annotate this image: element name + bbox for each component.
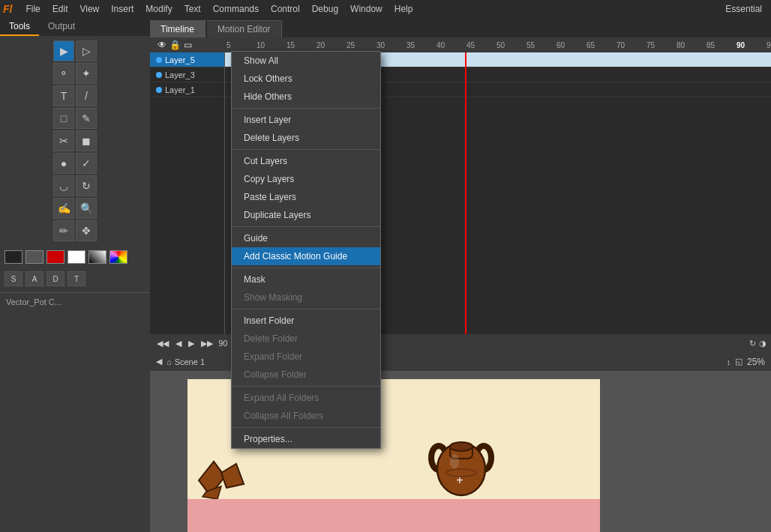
magic-wand-tool[interactable]: ✦ <box>76 63 97 84</box>
ctx-collapse-all-folders: Collapse All Folders <box>232 407 380 425</box>
ctx-insert-layer[interactable]: Insert Layer <box>232 111 380 129</box>
stroke-color[interactable] <box>4 250 22 264</box>
ctx-mask[interactable]: Mask <box>232 270 380 288</box>
menu-modify[interactable]: Modify <box>140 2 178 16</box>
tab-timeline[interactable]: Timeline <box>150 20 206 37</box>
rectangle-tool[interactable]: □ <box>53 108 74 129</box>
menu-debug[interactable]: Debug <box>306 2 344 16</box>
menubar: Fl File Edit View Insert Modify Text Com… <box>0 0 771 18</box>
ctx-sep-2 <box>232 149 380 150</box>
ctx-show-all[interactable]: Show All <box>232 52 380 70</box>
playhead[interactable] <box>465 52 466 334</box>
step-forward-icon[interactable]: ▶▶ <box>199 339 215 348</box>
transform-tool[interactable]: T <box>68 271 86 286</box>
rewind-icon[interactable]: ◀◀ <box>154 339 171 348</box>
fill-color[interactable] <box>26 250 44 264</box>
menu-file[interactable]: File <box>20 2 46 16</box>
ctx-guide[interactable]: Guide <box>232 229 380 247</box>
workspace-label: Essential <box>719 2 768 16</box>
pencil-tool[interactable]: ✎ <box>76 108 97 129</box>
ctx-sep-5 <box>232 309 380 309</box>
ruler-num: 20 <box>316 41 346 49</box>
tools-grid: ▶ ▷ ⚬ ✦ T / □ ✎ ✂ ◼ ● ✓ ◡ ↻ ✍ 🔍 ✏ ✥ <box>0 36 150 246</box>
ink-bottle-tool[interactable]: ◼ <box>76 130 97 151</box>
frame-icon[interactable]: ▭ <box>184 40 192 50</box>
eye-icon[interactable]: 👁 <box>158 40 166 50</box>
clip-icon[interactable]: ◱ <box>735 357 742 366</box>
ctx-cut-layers[interactable]: Cut Layers <box>232 152 380 170</box>
text-tool[interactable]: T <box>53 85 74 106</box>
snap-tool[interactable]: S <box>4 271 22 286</box>
menu-control[interactable]: Control <box>265 2 306 16</box>
ctx-sep-4 <box>232 267 380 268</box>
loop-icon[interactable]: ↻ <box>749 339 756 348</box>
align-tool[interactable]: A <box>26 271 44 286</box>
menu-commands[interactable]: Commands <box>207 2 265 16</box>
tertiary-color[interactable] <box>68 250 86 264</box>
hand-tool[interactable]: ✍ <box>53 198 74 219</box>
ctx-add-classic-motion-guide[interactable]: Add Classic Motion Guide <box>232 247 380 265</box>
ruler-num: 85 <box>706 41 736 49</box>
ruler-num: 30 <box>376 41 406 49</box>
tab-tools[interactable]: Tools <box>0 18 39 36</box>
ctx-sep-1 <box>232 108 380 109</box>
menu-edit[interactable]: Edit <box>46 2 74 16</box>
gradient-color[interactable] <box>88 250 106 264</box>
menu-help[interactable]: Help <box>388 2 419 16</box>
ruler-num: 55 <box>526 41 556 49</box>
ctx-copy-layers[interactable]: Copy Layers <box>232 170 380 188</box>
ruler-num: 40 <box>436 41 466 49</box>
tab-output[interactable]: Output <box>39 18 84 36</box>
ruler-num: 45 <box>466 41 496 49</box>
paint-bucket-tool[interactable]: ● <box>53 153 74 174</box>
pot-svg: + <box>428 424 495 499</box>
lasso-tool[interactable]: ⚬ <box>53 63 74 84</box>
tools-tabs-bar: Tools Output <box>0 18 150 36</box>
properties-panel-label: Vector_Pot C... <box>0 292 150 311</box>
tools-colors <box>0 246 150 268</box>
ruler-num: 15 <box>286 41 316 49</box>
play-icon[interactable]: ▶ <box>186 339 196 348</box>
ruler-icons: 👁 🔒 ▭ <box>153 40 196 50</box>
eyedropper-tool[interactable]: ✓ <box>76 153 97 174</box>
menu-insert[interactable]: Insert <box>105 2 140 16</box>
zoom-tool[interactable]: 🔍 <box>76 198 97 219</box>
ctx-lock-others[interactable]: Lock Others <box>232 70 380 88</box>
layer-row-3[interactable]: Layer_3 <box>150 67 224 82</box>
rainbow-color[interactable] <box>110 250 128 264</box>
layer-row-5[interactable]: Layer_5 <box>150 52 224 67</box>
ctx-delete-layers[interactable]: Delete Layers <box>232 129 380 147</box>
ctx-duplicate-layers[interactable]: Duplicate Layers <box>232 206 380 224</box>
context-menu: Show All Lock Others Hide Others Insert … <box>231 51 381 449</box>
distribute-tool[interactable]: D <box>46 271 64 286</box>
ctx-hide-others[interactable]: Hide Others <box>232 88 380 106</box>
menu-window[interactable]: Window <box>344 2 388 16</box>
menu-text[interactable]: Text <box>178 2 207 16</box>
menu-view[interactable]: View <box>74 2 105 16</box>
pen-tool[interactable]: ✏ <box>53 220 74 241</box>
scene-home-icon[interactable]: ⌂ <box>166 357 172 366</box>
step-back-icon[interactable]: ◀ <box>173 339 184 348</box>
ctx-sep-7 <box>232 427 380 428</box>
secondary-color[interactable] <box>46 250 64 264</box>
rotate-tool[interactable]: ↻ <box>76 175 97 196</box>
layer-row-1[interactable]: Layer_1 <box>150 82 224 97</box>
eraser-tool[interactable]: ◡ <box>53 175 74 196</box>
brush-tool[interactable]: ✂ <box>53 130 74 151</box>
ctx-sep-3 <box>232 226 380 227</box>
ruler-num: 35 <box>406 41 436 49</box>
subselection-tool[interactable]: ▷ <box>76 40 97 61</box>
frame-indicator: 90 <box>218 339 227 348</box>
selection-tool[interactable]: ▶ <box>53 40 74 61</box>
ctx-paste-layers[interactable]: Paste Layers <box>232 188 380 206</box>
back-arrow-icon[interactable]: ◀ <box>156 357 162 366</box>
ctx-insert-folder[interactable]: Insert Folder <box>232 312 380 330</box>
ctx-properties[interactable]: Properties... <box>232 430 380 448</box>
scale-icon[interactable]: ↕ <box>726 357 730 366</box>
line-tool[interactable]: / <box>76 85 97 106</box>
free-transform-tool[interactable]: ✥ <box>76 220 97 241</box>
lock-icon[interactable]: 🔒 <box>170 40 181 50</box>
tab-motion-editor[interactable]: Motion Editor <box>207 20 282 37</box>
onion-skin-icon[interactable]: ◑ <box>759 339 766 348</box>
tools-panel: Tools Output ▶ ▷ ⚬ ✦ T / □ ✎ ✂ ◼ ● ✓ ◡ ↻… <box>0 18 150 532</box>
